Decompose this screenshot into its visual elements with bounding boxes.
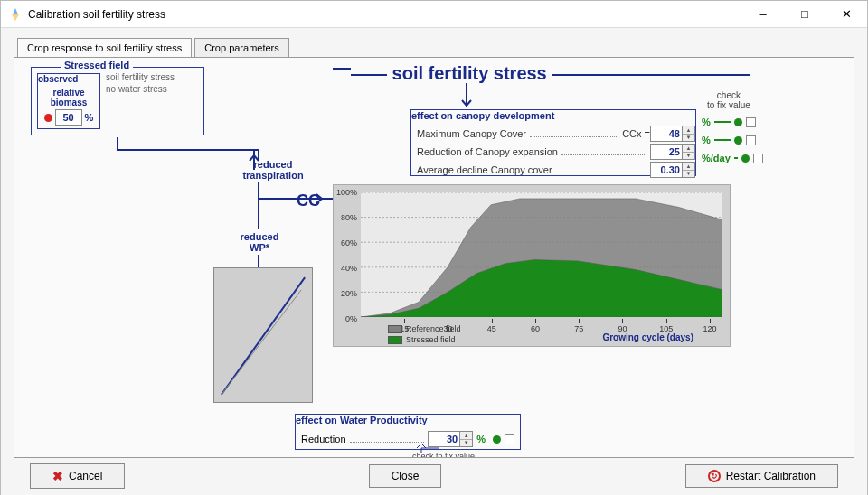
title-bar: Calibration soil fertility stress – □ ✕ [1,1,867,28]
reduction-input[interactable] [650,144,683,160]
check-fix-label: check to fix value [707,90,750,110]
relative-biomass-unit: % [85,112,94,123]
stressed-field-group: Stressed field observed relative biomass… [31,67,204,135]
main-heading-text: soil fertility stress [392,63,547,83]
canopy-row-decline: Average decline Canopy cover ▲▼ [411,161,695,179]
cancel-button[interactable]: ✖Cancel [30,463,125,489]
decline-input[interactable] [650,162,683,178]
wp-check-fix-label: check to fix value [412,452,475,458]
decline-slider-dot[interactable] [741,154,750,163]
water-productivity-group: effect on Water Productivity Reduction ▲… [295,414,521,450]
ccx-fix-checkbox[interactable] [746,117,756,127]
decline-spinner[interactable]: ▲▼ [683,162,695,178]
close-button[interactable]: Close [369,464,442,488]
canopy-row-ccx-right: % % %/day [698,113,763,167]
tab-strip: Crop response to soil fertility stress C… [17,37,854,57]
wp-small-chart [213,267,313,403]
wp-legend: effect on Water Productivity [296,415,520,425]
reduced-wp-label: reduced WP* [228,231,291,253]
minimize-button[interactable]: – [742,1,784,28]
observed-legend: observed [38,74,99,84]
ccx-spinner[interactable]: ▲▼ [683,126,695,142]
ccx-input[interactable] [650,126,683,142]
reduced-transpiration-label: reduced transpiration [228,159,318,181]
relative-biomass-label: relative biomass [38,88,99,107]
wp-reduction-input[interactable] [428,431,460,447]
cc-axis-label: CC [297,191,320,210]
maximize-button[interactable]: □ [784,1,826,28]
stressed-field-legend: Stressed field [61,60,133,70]
cc-chart-svg [361,192,722,317]
content-area: Crop response to soil fertility stress C… [1,28,867,495]
wp-slider-dot[interactable] [493,435,501,444]
stress-notes: soil fertility stress no water stress [106,71,175,95]
wp-reduction-spinner[interactable]: ▲▼ [460,431,473,447]
close-window-button[interactable]: ✕ [826,1,867,28]
app-icon [8,7,23,22]
wp-fix-checkbox[interactable] [505,434,514,444]
canopy-legend: effect on canopy development [411,110,695,121]
cc-chart-plot [361,192,722,317]
cc-chart-legend: Reference field Stressed field [388,324,461,344]
observed-indicator-dot [44,114,52,122]
wp-reduction-label: Reduction [301,434,346,444]
cc-chart: 0%20%40%60%80%100% 153045607590105120 Gr… [333,184,731,347]
main-panel: soil fertility stress Stressed field obs… [14,57,854,458]
tab-crop-parameters[interactable]: Crop parameters [194,38,289,58]
decline-fix-checkbox[interactable] [753,154,763,163]
cc-chart-x-axis-label: Growing cycle (days) [602,332,693,342]
reduction-spinner[interactable]: ▲▼ [683,144,695,160]
canopy-development-group: effect on canopy development Maximum Can… [410,109,696,176]
main-heading: soil fertility stress [351,63,750,84]
app-window: Calibration soil fertility stress – □ ✕ … [0,0,868,495]
window-title: Calibration soil fertility stress [28,8,742,21]
window-controls: – □ ✕ [742,1,867,28]
ccx-slider-dot[interactable] [734,118,742,126]
footer-bar: ✖Cancel Close ↻Restart Calibration [14,458,854,494]
restart-calibration-button[interactable]: ↻Restart Calibration [685,464,838,488]
reduction-fix-checkbox[interactable] [746,135,756,145]
reduction-slider-dot[interactable] [734,136,742,145]
canopy-row-reduction: Reduction of Canopy expansion ▲▼ [411,143,695,161]
restart-icon: ↻ [708,470,721,482]
tab-crop-response[interactable]: Crop response to soil fertility stress [17,38,192,58]
cancel-icon: ✖ [52,469,63,483]
observed-subgroup: observed relative biomass % [37,73,100,129]
canopy-row-ccx: Maximum Canopy Cover CCx = ▲▼ [411,125,695,143]
relative-biomass-input[interactable] [55,109,82,126]
